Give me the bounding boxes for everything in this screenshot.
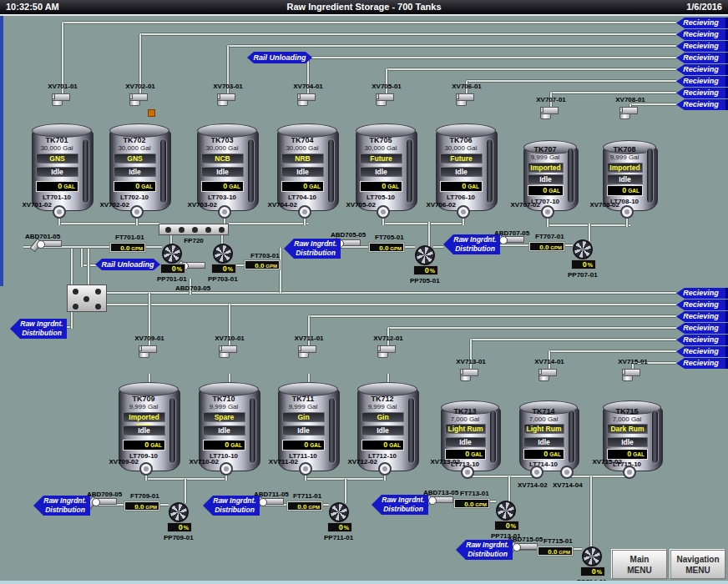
tank-level-readout[interactable]: 0GAL xyxy=(528,185,564,196)
pump-speed-display[interactable]: 0% xyxy=(160,264,185,274)
control-valve-icon[interactable] xyxy=(619,107,641,137)
control-valve-icon[interactable] xyxy=(217,93,239,123)
control-valve-icon[interactable] xyxy=(538,369,560,399)
tank-outlet-valve-icon[interactable] xyxy=(53,205,66,219)
receiving-link[interactable]: Recieving xyxy=(676,64,728,75)
control-valve-icon[interactable] xyxy=(622,369,644,399)
control-valve-icon[interactable] xyxy=(540,107,562,137)
tank-outlet-valve-icon[interactable] xyxy=(541,205,554,219)
rail-unloading-link[interactable]: Rail Unloading xyxy=(247,52,312,63)
receiving-link[interactable]: Recieving xyxy=(676,29,728,40)
main-menu-button[interactable]: Main MENU xyxy=(612,550,667,579)
pump-icon[interactable] xyxy=(573,239,593,259)
raw-ingredient-distribution-link[interactable]: Raw Ingrdnt.Distribution xyxy=(33,496,90,516)
tank-TK705[interactable]: TK70530,000 GalFutureIdle0GALLT705-10 xyxy=(356,123,417,211)
control-valve-icon[interactable] xyxy=(377,345,399,375)
tank-outlet-valve-icon[interactable] xyxy=(139,462,153,476)
control-valve-icon[interactable] xyxy=(297,93,319,123)
tank-TK703[interactable]: TK70330,000 GalNCBIdle0GALLT703-10 xyxy=(197,123,259,211)
tank-outlet-valve-icon[interactable] xyxy=(530,466,543,479)
manifold-fp720[interactable] xyxy=(159,224,229,235)
strainer-valve-icon[interactable] xyxy=(499,236,524,258)
pump-speed-display[interactable]: 0% xyxy=(327,522,352,532)
control-valve-icon[interactable] xyxy=(376,93,397,123)
receiving-link[interactable]: Recieving xyxy=(676,53,728,63)
control-valve-icon[interactable] xyxy=(456,93,478,123)
tank-level-readout[interactable]: 0GAL xyxy=(523,449,564,460)
tank-outlet-valve-icon[interactable] xyxy=(620,205,634,219)
pump-icon[interactable] xyxy=(162,244,182,264)
pump-icon[interactable] xyxy=(213,244,233,264)
control-valve-icon[interactable] xyxy=(129,93,151,123)
raw-ingredient-distribution-link[interactable]: Raw Ingrdnt.Distribution xyxy=(456,540,513,560)
tank-level-readout[interactable]: 0GAL xyxy=(36,181,78,192)
flow-meter-display[interactable]: 0.0GPM xyxy=(528,241,565,252)
tank-level-readout[interactable]: 0GAL xyxy=(281,181,324,192)
tank-outlet-valve-icon[interactable] xyxy=(623,466,636,479)
receiving-link[interactable]: Recieving xyxy=(676,323,728,334)
strainer-valve-icon[interactable] xyxy=(428,496,453,518)
tank-outlet-valve-icon[interactable] xyxy=(299,462,312,476)
tank-level-readout[interactable]: 0GAL xyxy=(201,181,244,192)
strainer-valve-icon[interactable] xyxy=(37,240,62,262)
control-valve-icon[interactable] xyxy=(460,369,482,399)
tank-level-readout[interactable]: 0GAL xyxy=(360,181,402,192)
receiving-link[interactable]: Recieving xyxy=(676,41,728,52)
tank-outlet-valve-icon[interactable] xyxy=(130,205,144,219)
receiving-link[interactable]: Recieving xyxy=(676,76,728,87)
receiving-link[interactable]: Recieving xyxy=(676,88,728,98)
tank-outlet-valve-icon[interactable] xyxy=(377,205,390,219)
receiving-link[interactable]: Recieving xyxy=(676,311,728,322)
tank-level-readout[interactable]: 0GAL xyxy=(282,440,325,451)
receiving-link[interactable]: Recieving xyxy=(676,99,728,110)
pump-icon[interactable] xyxy=(169,502,189,522)
tank-TK714[interactable]: TK7147,000 GalLight RumIdle0GALLT714-10 xyxy=(519,400,579,471)
tank-outlet-valve-icon[interactable] xyxy=(461,466,474,479)
tank-TK702[interactable]: TK70230,000 GalGNSIdle0GALLT702-10 xyxy=(109,123,171,211)
raw-ingredient-distribution-link[interactable]: Raw Ingrdnt.Distribution xyxy=(372,495,428,515)
tank-level-readout[interactable]: 0GAL xyxy=(361,440,404,451)
tank-level-readout[interactable]: 0GAL xyxy=(607,185,643,196)
tank-TK701[interactable]: TK70130,000 GalGNSIdle0GALLT701-10 xyxy=(32,123,94,211)
control-valve-icon[interactable] xyxy=(219,345,240,375)
tank-outlet-valve-icon[interactable] xyxy=(298,205,311,219)
flow-meter-display[interactable]: 0.0GPM xyxy=(537,546,574,556)
pump-speed-display[interactable]: 0% xyxy=(211,264,236,274)
tank-outlet-valve-icon[interactable] xyxy=(457,205,470,219)
control-valve-icon[interactable] xyxy=(52,93,73,123)
raw-ingredient-distribution-link[interactable]: Raw Ingrdnt.Distribution xyxy=(10,319,67,339)
pump-speed-display[interactable]: 0% xyxy=(580,566,605,576)
rail-unloading-link[interactable]: Rail Unloading xyxy=(95,259,160,270)
pump-speed-display[interactable]: 0% xyxy=(413,265,438,275)
tank-level-readout[interactable]: 0GAL xyxy=(203,440,245,451)
flow-meter-display[interactable]: 0.0GPM xyxy=(286,501,323,511)
receiving-link[interactable]: Recieving xyxy=(676,288,728,299)
raw-ingredient-distribution-link[interactable]: Raw Ingrdnt.Distribution xyxy=(203,496,260,516)
pump-speed-display[interactable]: 0% xyxy=(571,259,596,269)
receiving-link[interactable]: Recieving xyxy=(676,358,728,369)
receiving-link[interactable]: Recieving xyxy=(676,300,728,310)
flow-meter-display[interactable]: 0.0GPM xyxy=(124,501,160,511)
pump-speed-display[interactable]: 0% xyxy=(494,521,519,531)
raw-ingredient-distribution-link[interactable]: Raw Ingrdnt.Distribution xyxy=(284,239,341,259)
pump-icon[interactable] xyxy=(415,245,435,265)
tank-outlet-valve-icon[interactable] xyxy=(378,462,392,476)
receiving-link[interactable]: Recieving xyxy=(676,18,728,28)
tank-outlet-valve-icon[interactable] xyxy=(560,466,574,479)
receiving-link[interactable]: Recieving xyxy=(676,346,728,357)
tank-TK704[interactable]: TK70430,000 GalNRBIdle0GALLT704-10 xyxy=(277,123,339,211)
pump-icon[interactable] xyxy=(329,502,349,522)
distribution-block[interactable] xyxy=(67,284,107,312)
receiving-link[interactable]: Recieving xyxy=(676,335,728,345)
control-valve-icon[interactable] xyxy=(139,345,160,375)
control-valve-icon[interactable] xyxy=(298,345,320,375)
strainer-valve-icon[interactable] xyxy=(92,498,117,520)
navigation-menu-button[interactable]: Navigation MENU xyxy=(670,550,725,579)
pump-icon[interactable] xyxy=(496,501,516,521)
strainer-valve-icon[interactable] xyxy=(259,498,284,520)
tank-outlet-valve-icon[interactable] xyxy=(220,462,233,476)
pump-icon[interactable] xyxy=(582,546,602,566)
tank-level-readout[interactable]: 0GAL xyxy=(123,440,165,451)
tank-level-readout[interactable]: 0GAL xyxy=(440,181,483,192)
pump-speed-display[interactable]: 0% xyxy=(167,522,192,532)
